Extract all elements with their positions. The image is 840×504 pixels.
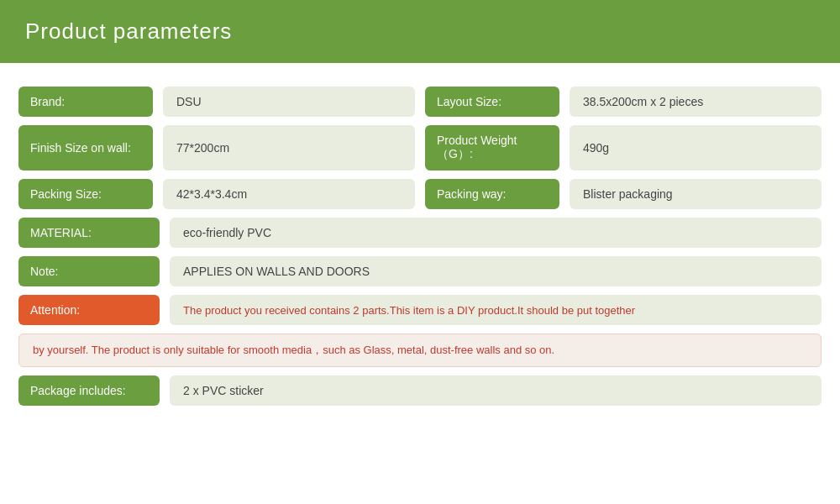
- field-value: 42*3.4*3.4cm: [163, 179, 415, 209]
- field-value: Blister packaging: [570, 179, 822, 209]
- field-label: MATERIAL:: [18, 218, 160, 248]
- table-row: Package includes:2 x PVC sticker: [18, 375, 822, 406]
- field-label: Brand:: [18, 87, 153, 117]
- field-label: Layout Size:: [425, 87, 559, 117]
- table-row: Note:APPLIES ON WALLS AND DOORS: [18, 256, 822, 286]
- right-group: Packing way:Blister packaging: [425, 179, 822, 209]
- table-row: Finish Size on wall:77*200cmProduct Weig…: [18, 125, 822, 171]
- table-row: Packing Size:42*3.4*3.4cmPacking way:Bli…: [18, 179, 822, 209]
- field-value: 490g: [570, 125, 822, 171]
- table-row: MATERIAL:eco-friendly PVC: [18, 218, 822, 248]
- left-group: Packing Size:42*3.4*3.4cm: [18, 179, 415, 209]
- field-value: DSU: [163, 87, 415, 117]
- right-group: Layout Size:38.5x200cm x 2 pieces: [425, 87, 822, 117]
- page-header: Product parameters: [0, 0, 840, 63]
- field-value: APPLIES ON WALLS AND DOORS: [170, 256, 822, 286]
- field-value: 77*200cm: [163, 125, 415, 171]
- page-title: Product parameters: [25, 18, 232, 44]
- attention-continuation: by yourself. The product is only suitabl…: [18, 333, 822, 367]
- left-group: Finish Size on wall:77*200cm: [18, 125, 415, 171]
- right-group: Product Weight（G）:490g: [425, 125, 822, 171]
- content-area: Brand:DSULayout Size:38.5x200cm x 2 piec…: [0, 63, 840, 423]
- field-label: Packing Size:: [18, 179, 153, 209]
- field-value: 38.5x200cm x 2 pieces: [570, 87, 822, 117]
- field-label: Product Weight（G）:: [425, 125, 559, 171]
- left-group: Brand:DSU: [18, 87, 415, 117]
- field-label: Package includes:: [18, 375, 160, 406]
- field-value: eco-friendly PVC: [170, 218, 822, 248]
- attention-label: Attention:: [18, 295, 160, 325]
- field-label: Packing way:: [425, 179, 559, 209]
- attention-value: The product you received contains 2 part…: [170, 295, 822, 325]
- field-label: Note:: [18, 256, 160, 286]
- field-value: 2 x PVC sticker: [170, 375, 822, 406]
- table-row: Brand:DSULayout Size:38.5x200cm x 2 piec…: [18, 87, 822, 117]
- field-label: Finish Size on wall:: [18, 125, 153, 171]
- attention-row: Attention:The product you received conta…: [18, 295, 822, 325]
